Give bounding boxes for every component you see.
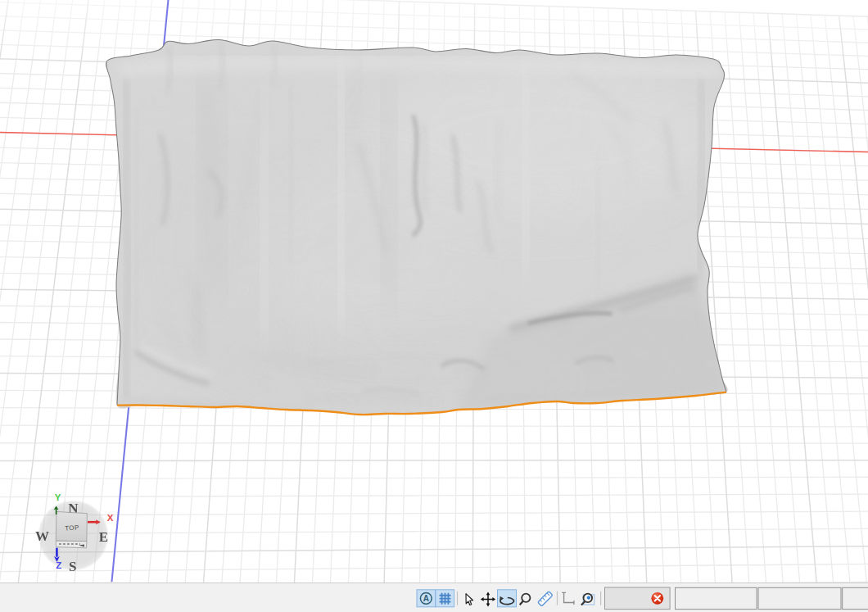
- svg-text:X: X: [107, 513, 114, 523]
- svg-text:A: A: [423, 594, 429, 603]
- svg-text:S: S: [69, 559, 76, 574]
- svg-text:TOP: TOP: [65, 524, 79, 532]
- svg-text:W: W: [35, 528, 49, 544]
- svg-text:Z: Z: [56, 560, 61, 570]
- svg-text:Y: Y: [55, 492, 61, 502]
- svg-text:E: E: [99, 529, 108, 545]
